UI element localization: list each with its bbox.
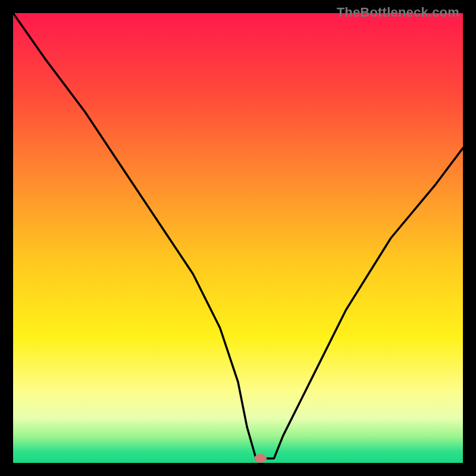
curve-layer (13, 13, 463, 463)
plot-area (13, 13, 463, 463)
watermark-text: TheBottleneck.com (337, 5, 459, 20)
optimal-point-marker (255, 454, 267, 462)
chart-container: TheBottleneck.com (0, 0, 476, 476)
bottleneck-curve (13, 13, 463, 458)
